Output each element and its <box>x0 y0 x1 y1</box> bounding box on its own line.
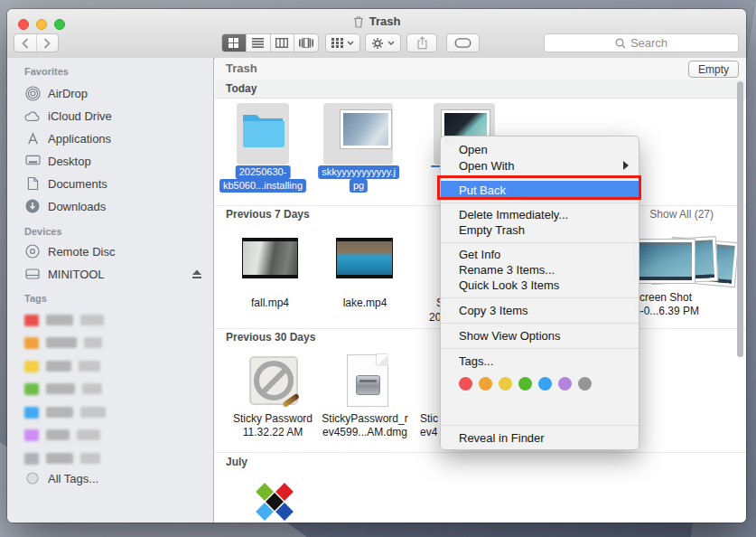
menu-item-label: Put Back <box>459 184 506 197</box>
sidebar-tag-redacted[interactable] <box>7 424 213 446</box>
sidebar-item-label: Remote Disc <box>48 245 115 259</box>
list-view-button[interactable] <box>246 34 270 52</box>
broken-app-icon[interactable] <box>246 353 302 409</box>
share-button[interactable] <box>406 33 437 52</box>
column-view-button[interactable] <box>270 34 294 52</box>
window-title-text: Trash <box>369 14 401 28</box>
tag-color-swatch <box>24 383 39 395</box>
clipped-file-label: 5-0...6.39 PM <box>634 305 699 317</box>
sidebar-tag-redacted[interactable] <box>7 309 213 331</box>
sidebar-item-label: All Tags... <box>48 472 98 485</box>
menu-item-open-with[interactable]: Open With <box>441 157 639 174</box>
search-input[interactable]: Search <box>544 33 739 52</box>
cloud-icon <box>24 108 41 124</box>
redacted-tag-label <box>46 407 73 418</box>
menu-item-label: Open With <box>459 159 514 173</box>
file-label: pg <box>350 179 368 193</box>
menu-item-rename[interactable]: Rename 3 Items... <box>441 262 639 278</box>
tag-dot-red[interactable] <box>459 377 472 391</box>
show-all-link[interactable]: Show All (27) <box>649 208 714 221</box>
tag-button[interactable] <box>446 33 480 52</box>
file-label: 11.32.22 AM <box>243 426 303 438</box>
tag-dot-yellow[interactable] <box>499 377 512 391</box>
menu-item-put-back[interactable]: Put Back <box>441 181 639 199</box>
video-thumbnail[interactable] <box>242 238 298 278</box>
menu-item-open[interactable]: Open <box>441 141 639 157</box>
file-label: ev4599...AM.dmg <box>322 426 407 438</box>
tag-dot-purple[interactable] <box>558 377 572 391</box>
all-tags-circle-icon <box>24 470 41 486</box>
path-title: Trash <box>226 61 257 75</box>
sidebar-item-label: Desktop <box>48 155 91 168</box>
sidebar-item-minitool[interactable]: MINITOOL <box>7 263 213 285</box>
dmg-file-icon[interactable] <box>347 354 388 407</box>
sidebar-tag-redacted[interactable] <box>7 401 213 423</box>
coverflow-view-button[interactable] <box>294 34 318 52</box>
sidebar-item-downloads[interactable]: Downloads <box>7 195 213 217</box>
empty-trash-button[interactable]: Empty <box>688 61 739 78</box>
image-thumbnail <box>340 109 392 149</box>
sidebar-tag-redacted[interactable] <box>7 448 213 469</box>
sidebar-item-airdrop[interactable]: AirDrop <box>7 82 213 104</box>
menu-item-quick-look[interactable]: Quick Look 3 Items <box>441 278 639 293</box>
sidebar-tag-redacted[interactable] <box>7 332 213 353</box>
menu-item-show-view-options[interactable]: Show View Options <box>441 328 639 344</box>
share-icon <box>416 36 428 50</box>
tag-icon <box>454 38 471 48</box>
sidebar-item-label: iCloud Drive <box>48 109 112 123</box>
menu-separator <box>441 348 639 349</box>
tag-color-swatch <box>24 429 39 441</box>
sidebar-item-remote-disc[interactable]: Remote Disc <box>7 240 213 262</box>
clipped-file-label: ev4 <box>420 426 437 438</box>
action-gear-dropdown[interactable] <box>365 33 401 52</box>
sidebar-item-documents[interactable]: Documents <box>7 173 213 194</box>
sidebar-item-label: Applications <box>48 132 111 146</box>
sidebar-item-all-tags[interactable]: All Tags... <box>7 467 213 489</box>
section-header-prev7: Previous 7 Days <box>226 208 310 221</box>
tag-dot-green[interactable] <box>518 377 532 391</box>
redacted-tag-label <box>77 429 100 440</box>
menu-item-reveal-in-finder[interactable]: Reveal in Finder <box>441 430 639 446</box>
sidebar: Favorites AirDrop iCloud Drive Applicati… <box>7 58 214 523</box>
menu-item-copy[interactable]: Copy 3 Items <box>441 303 639 318</box>
diamond-logo-icon[interactable] <box>256 483 297 523</box>
file-label: fall.mp4 <box>251 297 289 309</box>
eject-icon[interactable] <box>191 268 202 282</box>
sidebar-item-applications[interactable]: Applications <box>7 127 213 149</box>
sidebar-item-icloud-drive[interactable]: iCloud Drive <box>7 105 213 127</box>
sidebar-item-desktop[interactable]: Desktop <box>7 150 213 172</box>
desktop-icon <box>24 153 41 169</box>
clipped-file-label: creen Shot <box>639 291 692 304</box>
menu-item-tags[interactable]: Tags... <box>441 353 639 369</box>
tag-color-swatch <box>24 361 39 372</box>
sidebar-tag-redacted[interactable] <box>7 355 213 377</box>
tag-dot-gray[interactable] <box>578 377 592 391</box>
tag-dot-orange[interactable] <box>479 377 492 391</box>
tag-color-swatch <box>24 337 39 349</box>
file-label: lake.mp4 <box>343 297 387 309</box>
menu-separator <box>441 242 639 243</box>
video-thumbnail[interactable] <box>336 238 393 278</box>
menu-item-delete-immediately[interactable]: Delete Immediately... <box>441 207 639 222</box>
sidebar-tags-header: Tags <box>24 293 47 304</box>
menu-item-empty-trash[interactable]: Empty Trash <box>441 222 639 238</box>
back-button[interactable] <box>14 34 36 52</box>
tag-dot-blue[interactable] <box>538 377 552 391</box>
sidebar-tag-redacted[interactable] <box>7 378 213 400</box>
section-header-today: Today <box>215 80 746 99</box>
downloads-icon <box>24 198 41 214</box>
redacted-tag-label <box>80 407 106 418</box>
redacted-tag-label <box>46 361 71 372</box>
sidebar-item-label: AirDrop <box>48 87 88 100</box>
icon-view-button[interactable] <box>222 34 246 52</box>
sidebar-favorites-header: Favorites <box>24 66 69 77</box>
menu-item-get-info[interactable]: Get Info <box>441 247 639 262</box>
tag-color-swatch <box>24 453 39 465</box>
arrange-dropdown[interactable] <box>325 33 360 52</box>
finder-window: Trash <box>7 9 746 523</box>
forward-button[interactable] <box>36 34 59 52</box>
trash-proxy-icon <box>353 14 365 28</box>
vertical-scrollbar[interactable] <box>737 81 743 357</box>
redacted-tag-label <box>80 453 100 464</box>
sidebar-item-label: Documents <box>48 177 107 191</box>
